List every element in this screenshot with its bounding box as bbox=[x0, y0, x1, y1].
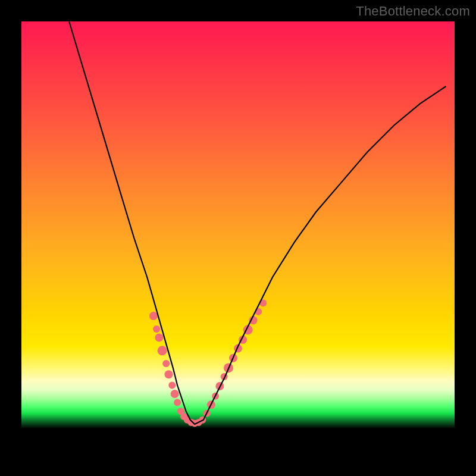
curve-path bbox=[69, 21, 446, 424]
marker-dot bbox=[153, 325, 160, 333]
marker-dot bbox=[149, 312, 158, 320]
chart-frame: TheBottleneck.com bbox=[0, 0, 476, 476]
watermark-text: TheBottleneck.com bbox=[356, 4, 470, 19]
markers-group bbox=[149, 299, 267, 427]
marker-dot bbox=[158, 346, 167, 355]
marker-dot bbox=[162, 360, 170, 367]
marker-dot bbox=[174, 399, 181, 406]
chart-svg bbox=[21, 21, 455, 455]
marker-dot bbox=[165, 370, 173, 378]
marker-dot bbox=[155, 333, 164, 342]
marker-dot bbox=[168, 382, 176, 389]
marker-dot bbox=[171, 390, 179, 398]
plot-area bbox=[21, 21, 455, 455]
